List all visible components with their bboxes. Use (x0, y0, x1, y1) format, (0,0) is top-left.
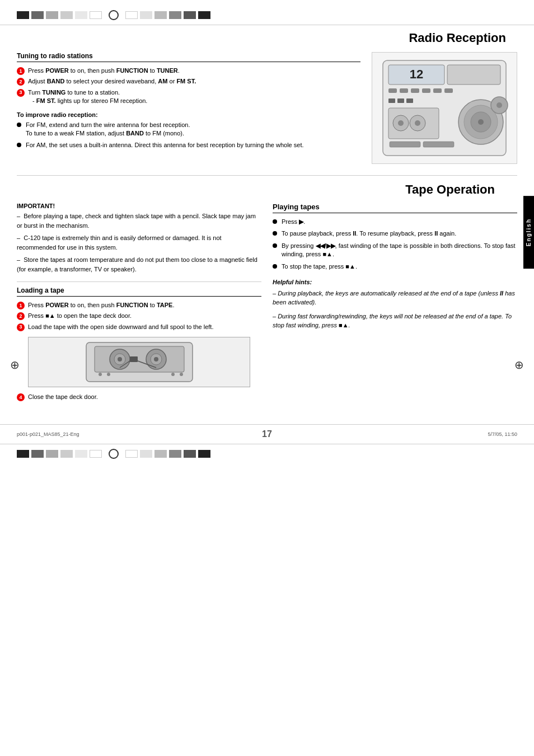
playing-bullet-dot-1 (273, 219, 277, 224)
loading-step-3-text: Load the tape with the open side downwar… (28, 323, 213, 331)
tuning-step-3: 3 Turn TUNING to tune to a station.- FM … (17, 88, 360, 106)
bot-bar-seg-r3 (154, 450, 167, 458)
loading-step-4-list: 4 Close the tape deck door. (17, 393, 261, 401)
improve-bullet-2-text: For AM, the set uses a built-in antenna.… (26, 141, 304, 149)
improve-bullet-1-text: For FM, extend and turn the wire antenna… (26, 121, 190, 138)
registration-mark-left: ⊕ (10, 358, 20, 372)
improve-reception-list: For FM, extend and turn the wire antenna… (17, 121, 360, 150)
bar-seg-1 (17, 11, 29, 19)
svg-rect-34 (130, 356, 138, 362)
bot-bar-seg-r1 (125, 450, 138, 458)
improve-reception-section: To improve radio reception: For FM, exte… (17, 111, 360, 150)
registration-mark-right: ⊕ (514, 358, 524, 372)
svg-point-21 (415, 120, 420, 126)
playing-bullet-dot-4 (273, 264, 277, 269)
radio-left-column: Tuning to radio stations 1 Press POWER t… (17, 52, 360, 164)
tuning-step-1-text: Press POWER to on, then push FUNCTION to… (28, 67, 180, 75)
tape-operation-section: IMPORTANT! – Before playing a tape, chec… (17, 203, 517, 407)
bar-seg-5 (75, 11, 87, 19)
bottom-decorative-bar (0, 444, 534, 469)
top-decorative-bar (0, 0, 534, 25)
page: English Radio Reception Tuning to radio … (0, 0, 534, 756)
bottom-bar-right-segments (125, 450, 210, 458)
tape-deck-image (28, 337, 250, 387)
svg-rect-10 (411, 88, 419, 93)
helpful-hints-section: Helpful hints: – During playback, the ke… (273, 279, 517, 330)
svg-rect-27 (95, 346, 184, 372)
svg-rect-8 (388, 88, 397, 93)
svg-point-40 (180, 373, 183, 376)
page-number: 17 (184, 429, 350, 439)
tuning-steps-list: 1 Press POWER to on, then push FUNCTION … (17, 67, 360, 106)
tape-left-column: IMPORTANT! – Before playing a tape, chec… (17, 203, 261, 407)
bar-seg-r2 (140, 11, 152, 19)
important-point-3: – Store the tapes at room temperature an… (17, 255, 261, 274)
improve-reception-title: To improve radio reception: (17, 111, 360, 118)
playing-bullet-1: Press ▶. (273, 218, 517, 226)
bot-bar-seg-6 (90, 450, 102, 458)
playing-bullet-2-text: To pause playback, press II. To resume p… (282, 229, 456, 238)
step-number-1: 1 (17, 67, 25, 75)
svg-point-30 (118, 357, 122, 361)
top-bar-right-segments (125, 11, 210, 19)
improve-bullet-2: For AM, the set uses a built-in antenna.… (17, 141, 360, 149)
svg-rect-22 (390, 142, 420, 147)
bot-bar-seg-2 (31, 450, 44, 458)
improve-bullet-1: For FM, extend and turn the wire antenna… (17, 121, 360, 138)
top-bar-left-segments (17, 11, 102, 19)
bot-bar-seg-4 (60, 450, 73, 458)
tuning-step-1: 1 Press POWER to on, then push FUNCTION … (17, 67, 360, 75)
radio-device-image: 12 (372, 52, 517, 164)
step-number-3: 3 (17, 89, 25, 97)
loading-divider (17, 281, 261, 282)
svg-point-37 (99, 373, 102, 376)
svg-point-19 (398, 120, 404, 126)
loading-step-1-text: Press POWER to on, then push FUNCTION to… (28, 301, 174, 309)
bar-seg-2 (31, 11, 44, 19)
loading-step-2-text: Press ■▲ to open the tape deck door. (28, 312, 132, 320)
svg-point-33 (154, 357, 158, 361)
loading-step-4-text: Close the tape deck door. (28, 393, 98, 401)
bottom-bar-left-segments (17, 450, 102, 458)
svg-rect-23 (423, 142, 454, 147)
important-point-2: – C-120 tape is extremely thin and is ea… (17, 233, 261, 252)
tuning-step-3-text: Turn TUNING to tune to a station.- FM ST… (28, 88, 147, 106)
tuning-step-2-text: Adjust BAND to select your desired waveb… (28, 77, 196, 86)
svg-point-25 (496, 102, 502, 108)
registration-mark-top (109, 10, 119, 20)
main-content: Radio Reception Tuning to radio stations… (0, 25, 534, 413)
tape-operation-title: Tape Operation (17, 182, 506, 197)
playing-bullet-4-text: To stop the tape, press ■▲. (282, 262, 357, 271)
loading-step-4: 4 Close the tape deck door. (17, 393, 261, 401)
important-text: – Before playing a tape, check and tight… (17, 212, 261, 274)
bottom-bar: p001-p021_MAS85_21-Eng 17 5/7/05, 11:50 (0, 424, 534, 444)
important-box: IMPORTANT! – Before playing a tape, chec… (17, 203, 261, 274)
bot-bar-seg-r2 (140, 450, 152, 458)
bullet-icon-2 (17, 143, 21, 147)
bot-bar-seg-r4 (169, 450, 181, 458)
bottom-file-name: p001-p021_MAS85_21-Eng (17, 431, 184, 437)
helpful-hints-title: Helpful hints: (273, 279, 517, 285)
svg-rect-9 (400, 88, 408, 93)
playing-bullet-dot-2 (273, 231, 277, 236)
svg-rect-11 (422, 88, 430, 93)
loading-step-num-1: 1 (17, 302, 25, 309)
helpful-hint-1: – During playback, the keys are automati… (273, 289, 517, 307)
svg-rect-3 (447, 65, 500, 84)
bar-seg-r4 (169, 11, 181, 19)
svg-point-7 (478, 119, 484, 125)
bar-seg-r6 (198, 11, 210, 19)
radio-reception-section: Tuning to radio stations 1 Press POWER t… (17, 52, 517, 164)
bar-seg-r1 (125, 11, 138, 19)
loading-steps-list: 1 Press POWER to on, then push FUNCTION … (17, 301, 261, 331)
bar-seg-r3 (154, 11, 167, 19)
tuning-subsection-title: Tuning to radio stations (17, 52, 360, 62)
loading-step-3: 3 Load the tape with the open side downw… (17, 323, 261, 331)
svg-rect-12 (433, 88, 442, 93)
important-point-1: – Before playing a tape, check and tight… (17, 212, 261, 230)
svg-point-38 (107, 373, 110, 376)
tape-right-column: Playing tapes Press ▶. To pause playback… (273, 203, 517, 407)
important-title: IMPORTANT! (17, 203, 261, 209)
playing-bullet-3: By pressing ◀◀/▶▶, fast winding of the t… (273, 242, 517, 259)
loading-step-num-2: 2 (17, 312, 25, 320)
